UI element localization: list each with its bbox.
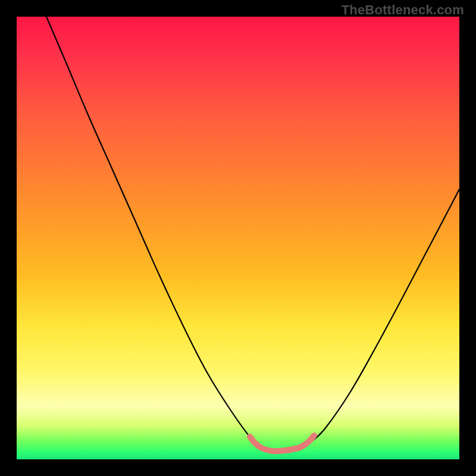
optimal-range-path bbox=[250, 436, 314, 451]
plot-area bbox=[17, 17, 459, 459]
highlight-svg bbox=[17, 17, 459, 459]
watermark-label: TheBottleneck.com bbox=[342, 2, 464, 18]
chart-frame: TheBottleneck.com bbox=[0, 0, 476, 476]
